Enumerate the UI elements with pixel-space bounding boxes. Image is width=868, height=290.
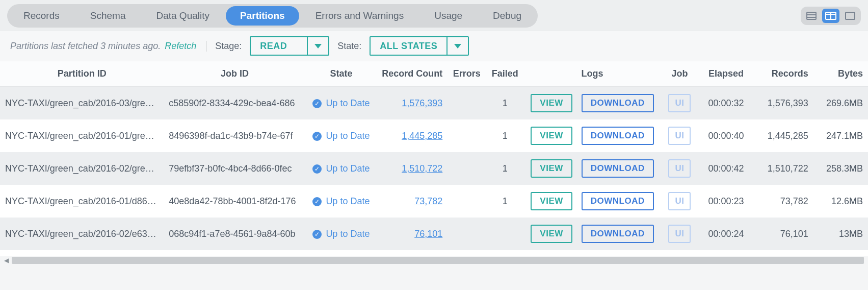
- col-failed[interactable]: Failed: [486, 61, 524, 87]
- cell-failed: 1: [486, 119, 524, 152]
- table-row: NYC-TAXI/green_cab/2016-01/d865f0540e8da…: [0, 185, 868, 218]
- cell-partition-id: NYC-TAXI/green_cab/2016-02/green_t: [0, 152, 164, 185]
- col-record-count[interactable]: Record Count: [377, 61, 448, 87]
- cell-logs: VIEW DOWNLOAD: [524, 185, 661, 218]
- view-single-icon[interactable]: [841, 9, 859, 23]
- ui-button[interactable]: UI: [668, 159, 691, 178]
- cell-errors: [448, 119, 486, 152]
- check-circle-icon: ✓: [312, 197, 322, 206]
- ui-button[interactable]: UI: [668, 94, 691, 112]
- cell-errors: [448, 218, 486, 250]
- svg-rect-6: [846, 12, 855, 19]
- tab-records[interactable]: Records: [9, 6, 74, 26]
- cell-state: ✓ Up to Date: [306, 218, 377, 250]
- download-button[interactable]: DOWNLOAD: [582, 94, 654, 112]
- cell-bytes: 258.3MB: [813, 152, 868, 185]
- col-elapsed[interactable]: Elapsed: [699, 61, 753, 87]
- cell-partition-id: NYC-TAXI/green_cab/2016-03/green_t: [0, 87, 164, 120]
- cell-job: UI: [661, 152, 699, 185]
- cell-bytes: 269.6MB: [813, 87, 868, 120]
- cell-record-count[interactable]: 1,576,393: [377, 87, 448, 120]
- cell-bytes: 12.6MB: [813, 185, 868, 218]
- cell-bytes: 13MB: [813, 218, 868, 250]
- table-row: NYC-TAXI/green_cab/2016-03/green_tc58590…: [0, 87, 868, 120]
- col-records[interactable]: Records: [753, 61, 813, 87]
- cell-partition-id: NYC-TAXI/green_cab/2016-01/green_t: [0, 119, 164, 152]
- tab-debug[interactable]: Debug: [479, 6, 536, 26]
- cell-record-count[interactable]: 76,101: [377, 218, 448, 250]
- col-logs[interactable]: Logs: [524, 61, 661, 87]
- download-button[interactable]: DOWNLOAD: [582, 225, 654, 243]
- tab-data-quality[interactable]: Data Quality: [142, 6, 224, 26]
- col-job-id[interactable]: Job ID: [164, 61, 305, 87]
- view-button[interactable]: VIEW: [531, 159, 572, 178]
- ui-button[interactable]: UI: [668, 192, 691, 210]
- state-text: Up to Date: [326, 131, 370, 141]
- cell-record-count[interactable]: 73,782: [377, 185, 448, 218]
- cell-job-id: 8496398f-da1c-43b9-b74e-67f: [164, 119, 305, 152]
- chevron-down-icon: [446, 37, 468, 55]
- fetch-status: Partitions last fetched 3 minutes ago. R…: [10, 41, 207, 52]
- view-button[interactable]: VIEW: [531, 94, 572, 112]
- download-button[interactable]: DOWNLOAD: [582, 192, 654, 210]
- download-button[interactable]: DOWNLOAD: [582, 159, 654, 178]
- tab-schema[interactable]: Schema: [76, 6, 140, 26]
- state-text: Up to Date: [326, 196, 370, 207]
- horizontal-scrollbar[interactable]: ◀: [0, 256, 868, 267]
- cell-logs: VIEW DOWNLOAD: [524, 87, 661, 120]
- state-dropdown[interactable]: ALL STATES: [370, 36, 469, 56]
- chevron-down-icon: [307, 37, 328, 55]
- cell-records: 73,782: [753, 185, 813, 218]
- stage-dropdown[interactable]: READ: [250, 36, 329, 56]
- col-state[interactable]: State: [306, 61, 377, 87]
- cell-record-count[interactable]: 1,510,722: [377, 152, 448, 185]
- table-row: NYC-TAXI/green_cab/2016-02/e63602068c94f…: [0, 218, 868, 250]
- view-compact-icon[interactable]: [803, 9, 820, 23]
- tab-partitions[interactable]: Partitions: [226, 6, 299, 26]
- scrollbar-track[interactable]: [12, 257, 864, 264]
- cell-job-id: c58590f2-8334-429c-bea4-686: [164, 87, 305, 120]
- cell-records: 1,445,285: [753, 119, 813, 152]
- cell-logs: VIEW DOWNLOAD: [524, 218, 661, 250]
- state-text: Up to Date: [326, 229, 370, 239]
- view-toggle: [801, 7, 861, 25]
- refetch-link[interactable]: Refetch: [165, 41, 196, 52]
- tab-group: Records Schema Data Quality Partitions E…: [7, 4, 538, 28]
- view-button[interactable]: VIEW: [531, 127, 572, 145]
- cell-elapsed: 00:00:32: [699, 87, 753, 120]
- scroll-left-icon[interactable]: ◀: [4, 257, 9, 264]
- cell-job-id: 068c94f1-a7e8-4561-9a84-60b: [164, 218, 305, 250]
- col-job[interactable]: Job: [661, 61, 699, 87]
- cell-errors: [448, 185, 486, 218]
- cell-elapsed: 00:00:23: [699, 185, 753, 218]
- ui-button[interactable]: UI: [668, 127, 691, 145]
- state-dropdown-value: ALL STATES: [371, 37, 446, 55]
- fetch-status-text: Partitions last fetched 3 minutes ago.: [10, 41, 161, 52]
- col-bytes[interactable]: Bytes: [813, 61, 868, 87]
- cell-record-count[interactable]: 1,445,285: [377, 119, 448, 152]
- ui-button[interactable]: UI: [668, 225, 691, 243]
- col-errors[interactable]: Errors: [448, 61, 486, 87]
- tab-errors[interactable]: Errors and Warnings: [301, 6, 418, 26]
- state-label: State:: [337, 41, 361, 52]
- view-button[interactable]: VIEW: [531, 192, 572, 210]
- tab-usage[interactable]: Usage: [420, 6, 477, 26]
- svg-rect-0: [807, 12, 816, 19]
- filter-bar: Partitions last fetched 3 minutes ago. R…: [0, 31, 868, 61]
- cell-records: 1,510,722: [753, 152, 813, 185]
- cell-elapsed: 00:00:40: [699, 119, 753, 152]
- cell-job: UI: [661, 87, 699, 120]
- cell-bytes: 247.1MB: [813, 119, 868, 152]
- table-row: NYC-TAXI/green_cab/2016-02/green_t79efbf…: [0, 152, 868, 185]
- view-split-icon[interactable]: [822, 9, 839, 23]
- view-button[interactable]: VIEW: [531, 225, 572, 243]
- state-text: Up to Date: [326, 98, 370, 109]
- cell-errors: [448, 152, 486, 185]
- col-partition-id[interactable]: Partition ID: [0, 61, 164, 87]
- cell-failed: [486, 218, 524, 250]
- check-circle-icon: ✓: [312, 164, 322, 174]
- download-button[interactable]: DOWNLOAD: [582, 127, 654, 145]
- cell-job-id: 79efbf37-b0fc-4bc4-8d66-0fec: [164, 152, 305, 185]
- partitions-table-area: Partition ID Job ID State Record Count E…: [0, 61, 868, 256]
- top-tabbar: Records Schema Data Quality Partitions E…: [0, 0, 868, 31]
